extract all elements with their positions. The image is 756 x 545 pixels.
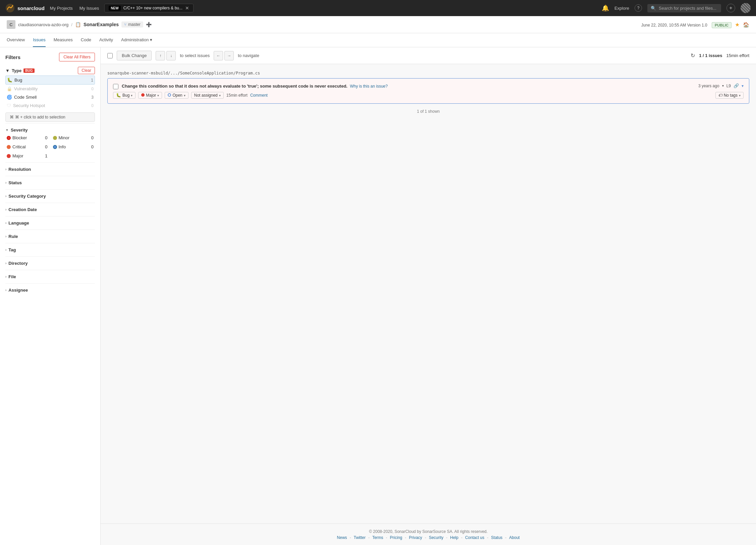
project-name[interactable]: SonarExamples — [84, 22, 119, 27]
explore-link[interactable]: Explore — [614, 6, 629, 11]
issue-age: 3 years ago — [698, 84, 719, 88]
issue-status-tag[interactable]: Open ▾ — [165, 92, 188, 99]
org-name[interactable]: claudiasonarova-azdo-org — [18, 22, 68, 27]
severity-tag-icon — [141, 93, 145, 98]
footer-link-pricing[interactable]: Pricing — [390, 535, 402, 540]
security-category-header[interactable]: › Security Category — [5, 192, 95, 200]
tab-issues[interactable]: Issues — [33, 33, 46, 47]
minor-icon — [53, 136, 57, 140]
clear-all-filters-button[interactable]: Clear All Filters — [59, 53, 95, 61]
rule-section: › Rule — [5, 230, 95, 243]
severity-filter-header[interactable]: ▼ Severity — [5, 126, 95, 134]
help-icon[interactable]: ? — [635, 4, 642, 12]
chevron-right-icon: › — [5, 261, 6, 265]
arrow-left-icon[interactable]: ← — [214, 51, 223, 60]
main-nav-links: My Projects My Issues — [50, 6, 99, 11]
type-value-badge: BUG — [23, 68, 34, 73]
rule-header[interactable]: › Rule — [5, 233, 95, 240]
status-section: › Status — [5, 176, 95, 189]
branch-selector[interactable]: ⑂ master — [121, 21, 143, 28]
footer-link-status[interactable]: Status — [491, 535, 502, 540]
select-nav-arrows: ↑ ↓ — [156, 51, 176, 60]
shown-count: 1 of 1 shown — [107, 109, 749, 114]
tab-overview[interactable]: Overview — [7, 33, 25, 47]
arrow-down-icon[interactable]: ↓ — [166, 51, 176, 60]
shield-icon: 🛡 — [7, 103, 11, 108]
issue-location: L9 — [726, 84, 731, 88]
assignee-header[interactable]: › Assignee — [5, 286, 95, 294]
footer-links: News - Twitter - Terms - Pricing - Priva… — [106, 535, 751, 540]
tab-measures[interactable]: Measures — [54, 33, 73, 47]
assignee-section: › Assignee — [5, 283, 95, 297]
banner-pill[interactable]: NEW C/C++ 10+ new compilers & bu... ✕ — [104, 4, 194, 12]
filter-icon[interactable]: ▾ — [742, 84, 744, 88]
logo[interactable]: sonarcloud — [5, 3, 45, 13]
arrow-up-icon[interactable]: ↑ — [156, 51, 165, 60]
add-button[interactable]: + — [726, 4, 735, 12]
creation-date-header[interactable]: › Creation Date — [5, 206, 95, 213]
footer-link-contact[interactable]: Contact us — [465, 535, 484, 540]
file-header[interactable]: › File — [5, 273, 95, 281]
why-is-this-issue-link[interactable]: Why is this an issue? — [350, 84, 388, 89]
resolution-header[interactable]: › Resolution — [5, 165, 95, 173]
bell-icon[interactable]: 🔔 — [602, 4, 609, 12]
severity-blocker: Blocker 0 — [5, 134, 49, 142]
lock-icon: 🔒 — [7, 86, 12, 91]
footer-link-twitter[interactable]: Twitter — [354, 535, 366, 540]
issue-assignee-tag[interactable]: Not assigned ▾ — [191, 92, 224, 99]
footer-link-privacy[interactable]: Privacy — [409, 535, 422, 540]
link-icon[interactable]: 🔗 — [734, 83, 739, 88]
status-tag-dropdown-icon: ▾ — [184, 94, 185, 97]
refresh-icon[interactable]: ↻ — [691, 52, 695, 59]
issue-list: sonarqube-scanner-msbuild/.../SomeConsol… — [101, 64, 756, 524]
tab-code[interactable]: Code — [81, 33, 91, 47]
severity-major[interactable]: Major 1 — [5, 152, 49, 160]
issue-card: Change this condition so that it does no… — [107, 78, 749, 104]
filter-item-code-smell[interactable]: 🌀 Code Smell 3 — [5, 93, 95, 101]
age-dropdown-icon[interactable]: ▾ — [722, 84, 724, 88]
footer-link-help[interactable]: Help — [450, 535, 458, 540]
add-branch-icon[interactable]: ➕ — [146, 22, 152, 27]
comment-button[interactable]: Comment — [250, 93, 268, 98]
footer-copyright: © 2008-2020, SonarCloud by SonarSource S… — [106, 529, 751, 534]
tab-administration[interactable]: Administration ▾ — [121, 33, 152, 47]
clear-type-filter-button[interactable]: Clear — [78, 67, 95, 74]
bulk-change-button[interactable]: Bulk Change — [117, 51, 152, 60]
banner-close-icon[interactable]: ✕ — [185, 5, 189, 11]
directory-header[interactable]: › Directory — [5, 259, 95, 267]
footer-link-terms[interactable]: Terms — [372, 535, 383, 540]
issue-severity-tag[interactable]: Major ▾ — [138, 92, 162, 99]
directory-label: Directory — [8, 261, 28, 266]
chevron-right-icon: › — [5, 221, 6, 225]
navigate-nav-arrows: ← → — [214, 51, 234, 60]
language-section: › Language — [5, 216, 95, 230]
search-box[interactable]: 🔍 Search for projects and files... — [647, 4, 721, 12]
chevron-right-icon: › — [5, 181, 6, 185]
smell-icon: 🌀 — [7, 95, 12, 100]
assignee-tag-dropdown-icon: ▾ — [219, 94, 221, 97]
footer: © 2008-2020, SonarCloud by SonarSource S… — [101, 524, 756, 545]
tab-activity[interactable]: Activity — [99, 33, 113, 47]
filter-item-vulnerability-label: 🔒 Vulnerability — [7, 86, 38, 91]
tag-header[interactable]: › Tag — [5, 246, 95, 254]
filter-item-bug[interactable]: 🐛 Bug 1 — [5, 76, 95, 85]
star-icon[interactable]: ★ — [735, 22, 740, 28]
my-projects-link[interactable]: My Projects — [50, 6, 73, 11]
issue-tags-pill[interactable]: 🏷 No tags ▾ — [715, 92, 744, 99]
chevron-right-icon: › — [5, 167, 6, 171]
arrow-right-icon[interactable]: → — [224, 51, 234, 60]
my-issues-link[interactable]: My Issues — [79, 6, 99, 11]
issue-type-tag[interactable]: 🐛 Bug ▾ — [113, 92, 136, 99]
language-header[interactable]: › Language — [5, 219, 95, 227]
status-header[interactable]: › Status — [5, 179, 95, 187]
issue-checkbox[interactable] — [113, 84, 118, 89]
severity-filter-section: ▼ Severity Blocker 0 — [5, 123, 95, 162]
footer-link-security[interactable]: Security — [429, 535, 443, 540]
tags-dropdown-icon: ▾ — [739, 94, 741, 97]
footer-link-about[interactable]: About — [509, 535, 520, 540]
avatar[interactable] — [741, 3, 751, 13]
footer-link-news[interactable]: News — [337, 535, 347, 540]
select-all-checkbox[interactable] — [107, 53, 113, 58]
home-icon[interactable]: 🏠 — [743, 22, 749, 28]
blocker-icon — [7, 136, 11, 140]
